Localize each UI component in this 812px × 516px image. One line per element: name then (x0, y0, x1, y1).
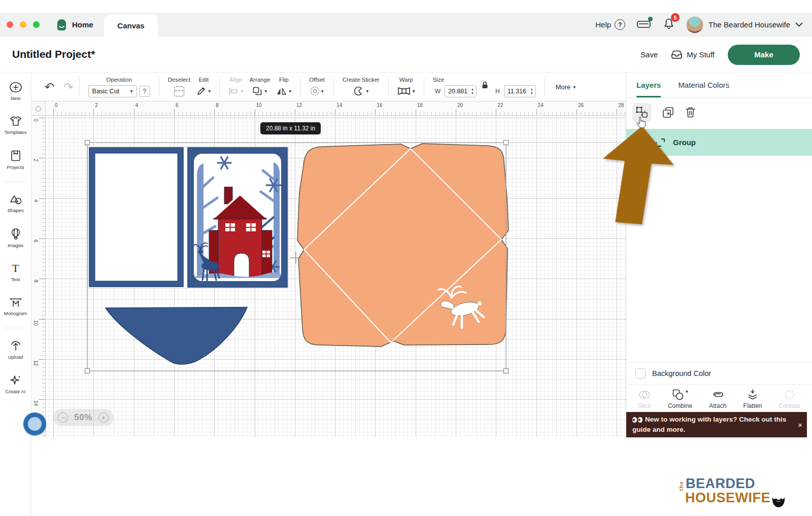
sidebar-item-create-ai[interactable]: Create AI (1, 374, 31, 394)
notifications-button[interactable]: 5 (663, 17, 675, 32)
ruler-number: 8 (216, 102, 219, 108)
flip-button[interactable]: ▾ (276, 85, 291, 97)
sidebar-divider (5, 328, 27, 328)
zoom-in-button[interactable]: + (98, 412, 109, 423)
flip-caret-icon: ▾ (289, 88, 291, 94)
operation-label: Operation (106, 77, 132, 83)
width-stepper[interactable]: ▲▼ (468, 86, 476, 97)
edit-toolbar: ↶ ↷ Operation Basic Cut ▾ ? Deselect Edi… (31, 73, 626, 101)
canvas-artwork (46, 116, 626, 437)
operation-select[interactable]: Basic Cut ▾ (88, 85, 137, 97)
tab-material-colors[interactable]: Material Colors (678, 81, 729, 97)
sidebar-item-shapes[interactable]: Shapes (1, 194, 31, 213)
logo-prefix: the (679, 481, 684, 491)
machine-online-dot (648, 17, 653, 21)
selection-handle-se (504, 369, 509, 373)
notification-count-badge: 5 (671, 13, 680, 22)
zoom-control[interactable]: − 50% + (53, 409, 114, 426)
paperclip-icon (710, 389, 725, 401)
ruler-number: 4 (33, 199, 39, 202)
edit-label: Edit (198, 77, 209, 83)
background-color-checkbox[interactable] (635, 368, 646, 379)
duplicate-button[interactable] (662, 106, 674, 119)
ruler-number: 8 (33, 280, 39, 283)
zoom-out-button[interactable]: − (58, 412, 68, 423)
width-input[interactable] (445, 88, 468, 95)
banner-close-button[interactable]: × (798, 421, 802, 429)
make-button[interactable]: Make (728, 45, 800, 65)
vertical-ruler: 02468101214 (31, 116, 46, 437)
warp-button[interactable]: ▾ (397, 85, 415, 97)
save-button[interactable]: Save (640, 50, 658, 59)
my-stuff-button[interactable]: My Stuff (671, 50, 715, 59)
canvas-tab[interactable]: Canvas (104, 15, 158, 37)
chevron-down-icon (795, 22, 803, 27)
redo-button[interactable]: ↷ (63, 80, 73, 94)
height-input[interactable] (504, 88, 528, 95)
project-card-icon (10, 150, 22, 162)
warp-icon (397, 87, 411, 95)
edit-button[interactable]: ▾ (196, 85, 211, 97)
toolbar-divider (300, 77, 300, 96)
close-window-button[interactable] (7, 21, 13, 28)
more-button[interactable]: More ▾ (556, 83, 576, 91)
create-sticker-button[interactable]: ▾ (353, 85, 368, 97)
align-icon (228, 87, 239, 95)
sidebar-item-templates[interactable]: Templates (1, 116, 31, 135)
delete-button[interactable] (685, 106, 696, 119)
background-color-row: Background Color (626, 362, 812, 384)
shapes-icon (9, 194, 22, 205)
project-actions: Save My Stuff Make (640, 37, 800, 73)
width-field[interactable]: ▲▼ (445, 85, 477, 97)
sidebar-item-images[interactable]: Images (1, 228, 31, 248)
ruler-number: 0 (55, 102, 58, 108)
operation-help-button[interactable]: ? (139, 86, 150, 97)
arrange-icon (252, 86, 262, 96)
beard-icon (771, 496, 786, 509)
height-stepper[interactable]: ▲▼ (528, 86, 535, 97)
design-canvas[interactable]: 0246810121416182022242628 02468101214 (31, 101, 626, 437)
flatten-button[interactable]: Flatten (743, 389, 762, 409)
height-field[interactable]: ▲▼ (504, 85, 536, 97)
ruler-number: 4 (136, 102, 139, 108)
text-icon: T (12, 263, 19, 274)
layers-help-banner[interactable]: New to working with layers? Check out th… (626, 412, 807, 437)
my-stuff-label: My Stuff (687, 50, 715, 59)
machine-status-button[interactable] (636, 18, 652, 31)
ruler-number: 24 (538, 102, 544, 108)
sidebar-item-new[interactable]: New (1, 82, 31, 101)
align-button: ▾ (228, 85, 243, 97)
size-group: Size W ▲▼ H ▲▼ (433, 77, 536, 97)
panel-tabs: Layers Material Colors (626, 73, 812, 97)
flatten-icon (746, 389, 759, 401)
more-label: More (556, 83, 571, 91)
maximize-window-button[interactable] (33, 21, 40, 28)
selection-handle-ne (504, 141, 509, 145)
undo-button[interactable]: ↶ (45, 80, 54, 94)
sidebar-item-monogram[interactable]: Monogram (1, 297, 31, 316)
attach-button[interactable]: Attach (709, 389, 726, 409)
combine-button[interactable]: ▾ Combine (668, 389, 692, 409)
sidebar-item-text[interactable]: T Text (1, 263, 31, 282)
ruler-number: 12 (296, 102, 302, 108)
size-lock-button[interactable] (481, 81, 489, 91)
offset-button[interactable]: ▾ (311, 85, 324, 97)
ruler-origin (31, 101, 46, 116)
sidebar-item-projects[interactable]: Projects (1, 150, 31, 170)
account-menu[interactable]: The Bearded Housewife (686, 16, 803, 33)
help-button[interactable]: Help ? (595, 19, 625, 30)
home-tab[interactable]: Home (56, 13, 93, 37)
ruler-number: 14 (33, 400, 39, 406)
deselect-icon[interactable] (174, 86, 184, 96)
size-label: Size (433, 77, 444, 83)
floating-assistant-button[interactable] (23, 412, 46, 435)
minimize-window-button[interactable] (20, 21, 26, 28)
window-controls[interactable] (7, 21, 40, 28)
offset-group: Offset ▾ (309, 77, 324, 97)
contour-button: Contour (779, 389, 801, 409)
canvas-grid[interactable]: 20.88 in x 11.32 in (46, 116, 626, 437)
arrange-button[interactable]: ▾ (252, 85, 267, 97)
height-label: H (495, 88, 500, 95)
tab-layers[interactable]: Layers (636, 81, 661, 97)
sidebar-item-upload[interactable]: Upload (1, 340, 31, 360)
